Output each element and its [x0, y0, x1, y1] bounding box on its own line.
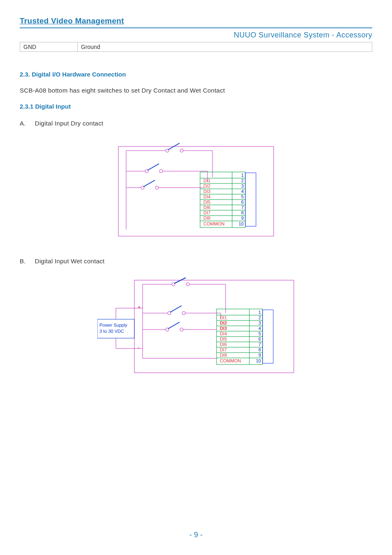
pin-label: COMMON: [220, 358, 241, 363]
power-supply-label-2: 3 to 30 VDC: [99, 329, 124, 334]
list-text-b: Digital Input Wet contact: [35, 258, 105, 265]
gnd-table: GND Ground: [20, 42, 372, 52]
svg-line-52: [168, 322, 180, 329]
header-title: Trusted Video Management: [20, 16, 372, 26]
header-subtitle: NUUO Surveillance System - Accessory: [20, 31, 372, 39]
section-2-3-body: SCB-A08 bottom has eight switches to set…: [20, 87, 372, 94]
svg-point-41: [186, 283, 189, 286]
pin-number: 5: [241, 194, 244, 199]
svg-rect-30: [245, 173, 256, 226]
pin-label: DI5: [220, 337, 227, 341]
pin-number: 4: [241, 189, 244, 194]
pin-number: 1: [241, 173, 244, 178]
table-row: GND Ground: [20, 42, 372, 52]
section-2-3-1-heading: 2.3.1 Digital Input: [20, 103, 372, 110]
page-footer: - 9 -: [0, 531, 392, 539]
svg-rect-31: [134, 280, 294, 373]
pin-label: DI2: [220, 320, 227, 325]
pin-label: DI5: [203, 200, 210, 204]
pin-number: 8: [258, 347, 261, 352]
plus-symbol: +: [138, 304, 141, 310]
pin-number: 2: [241, 178, 244, 183]
list-item-b: B. Digital Input Wet contact: [20, 258, 372, 265]
pin-label: DI4: [220, 331, 227, 336]
pin-number: 6: [241, 200, 244, 204]
pin-label: DI8: [203, 216, 210, 221]
pin-number: 2: [258, 315, 261, 320]
list-marker-a: A.: [20, 120, 26, 127]
pin-label: DI6: [203, 205, 210, 210]
pin-number: 1: [258, 310, 261, 315]
pin-number: 5: [258, 331, 261, 336]
list-text-a: Digital Input Dry contact: [35, 120, 104, 127]
pin-number: 4: [258, 326, 261, 331]
pin-label: DI2: [203, 183, 210, 188]
pin-label: DI1: [203, 178, 210, 183]
pin-number: 9: [258, 353, 261, 358]
pin-label: COMMON: [203, 221, 224, 226]
pin-label: DI7: [203, 210, 210, 215]
pin-label: DI4: [203, 194, 210, 199]
pin-label: DI8: [220, 353, 227, 358]
pin-label: DI7: [220, 347, 227, 352]
svg-rect-0: [118, 146, 274, 236]
pin-number: 7: [258, 342, 261, 347]
svg-line-40: [174, 278, 186, 283]
page-header: Trusted Video Management NUUO Surveillan…: [20, 16, 372, 39]
svg-point-47: [182, 311, 185, 315]
pin-label: DI3: [220, 326, 227, 331]
pin-number: 7: [241, 205, 244, 210]
gnd-cell-label: GND: [20, 42, 78, 52]
pin-label: DI3: [203, 189, 210, 194]
pin-number: 10: [239, 221, 244, 226]
pin-number: 3: [258, 320, 261, 325]
svg-point-11: [159, 170, 163, 173]
wet-contact-svg: Power Supply 3 to 30 VDC + -: [97, 276, 295, 375]
svg-rect-67: [263, 310, 273, 363]
svg-line-46: [170, 306, 182, 312]
pin-label: DI1: [220, 315, 227, 320]
svg-point-17: [155, 186, 159, 189]
list-item-a: A. Digital Input Dry contact: [20, 120, 372, 127]
svg-line-10: [148, 164, 159, 170]
pin-label: DI6: [220, 342, 227, 347]
pin-number: 6: [258, 337, 261, 341]
minus-symbol: -: [138, 344, 139, 351]
gnd-cell-value: Ground: [78, 42, 372, 52]
pin-number: 8: [241, 210, 244, 215]
svg-point-53: [180, 328, 183, 331]
svg-point-5: [180, 149, 183, 152]
pin-number: 9: [241, 216, 244, 221]
section-2-3-heading: 2.3. Digital I/O Hardware Connection: [20, 71, 372, 78]
pin-number: 3: [241, 183, 244, 188]
diagram-dry-contact: DI1 DI2 DI3 DI4 DI5 DI6 DI7 DI8 COMMON 1…: [20, 139, 372, 238]
power-supply-label-1: Power Supply: [99, 323, 127, 327]
diagram-wet-contact: Power Supply 3 to 30 VDC + -: [20, 276, 372, 375]
header-rule: [20, 27, 372, 28]
pin-number: 10: [256, 358, 261, 363]
list-marker-b: B.: [20, 258, 26, 265]
dry-contact-svg: DI1 DI2 DI3 DI4 DI5 DI6 DI7 DI8 COMMON 1…: [118, 139, 274, 238]
svg-line-16: [143, 180, 155, 187]
